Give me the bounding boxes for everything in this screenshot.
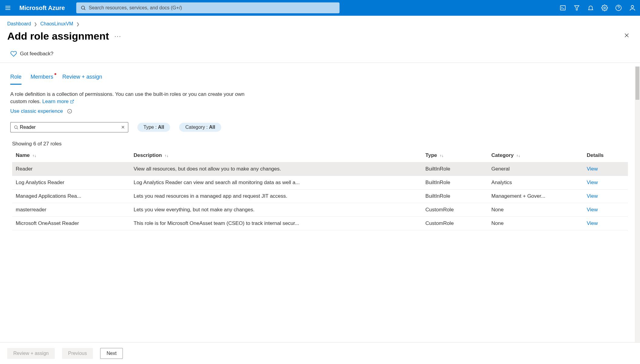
- account-icon[interactable]: [629, 4, 636, 12]
- cell-category: None: [488, 203, 583, 216]
- classic-experience-link[interactable]: Use classic experience: [10, 108, 63, 114]
- tabs: Role Members Review + assign: [0, 67, 640, 85]
- roles-table: Name ↑↓ Description ↑↓ Type ↑↓ Category …: [12, 149, 628, 230]
- svg-point-11: [631, 5, 634, 8]
- settings-gear-icon[interactable]: [601, 4, 609, 12]
- breadcrumb: Dashboard ❯ ChaosLinuxVM ❯: [0, 16, 640, 28]
- cell-type: BuiltInRole: [422, 189, 488, 203]
- classic-experience: Use classic experience: [0, 107, 640, 120]
- cell-type: BuiltInRole: [422, 176, 488, 189]
- breadcrumb-resource[interactable]: ChaosLinuxVM: [40, 21, 73, 27]
- cell-details: View: [583, 162, 628, 176]
- breadcrumb-dashboard[interactable]: Dashboard: [7, 21, 31, 27]
- col-category[interactable]: Category ↑↓: [488, 149, 583, 162]
- role-search[interactable]: ✕: [10, 122, 128, 132]
- col-desc[interactable]: Description ↑↓: [130, 149, 422, 162]
- tab-members[interactable]: Members: [31, 74, 53, 85]
- svg-point-8: [604, 7, 606, 9]
- hamburger-menu-icon[interactable]: [4, 4, 12, 12]
- showing-count: Showing 6 of 27 roles: [0, 138, 640, 149]
- svg-point-18: [15, 125, 17, 128]
- table-row[interactable]: Microsoft OneAsset ReaderThis role is fo…: [12, 216, 628, 230]
- col-details: Details: [583, 149, 628, 162]
- tab-role[interactable]: Role: [10, 74, 21, 85]
- feedback-row[interactable]: Got feedback?: [0, 47, 640, 63]
- cell-category: Management + Gover...: [488, 189, 583, 203]
- notifications-icon[interactable]: [587, 4, 595, 12]
- cell-category: Analytics: [488, 176, 583, 189]
- view-link[interactable]: View: [587, 207, 598, 213]
- cell-description: View all resources, but does not allow y…: [130, 162, 422, 176]
- learn-more-label: Learn more: [42, 99, 69, 104]
- view-link[interactable]: View: [587, 180, 598, 185]
- cell-description: Log Analytics Reader can view and search…: [130, 176, 422, 189]
- cell-details: View: [583, 189, 628, 203]
- svg-line-19: [17, 128, 18, 129]
- search-icon: [14, 125, 18, 130]
- tab-role-label: Role: [10, 74, 21, 80]
- tab-review-assign[interactable]: Review + assign: [62, 74, 102, 85]
- indicator-dot-icon: [54, 73, 56, 75]
- table-row[interactable]: masterreaderLets you view everything, bu…: [12, 203, 628, 216]
- learn-more-link[interactable]: Learn more: [42, 99, 74, 104]
- cell-name: Log Analytics Reader: [12, 176, 130, 189]
- previous-button[interactable]: Previous: [62, 348, 93, 359]
- table-row[interactable]: Log Analytics ReaderLog Analytics Reader…: [12, 176, 628, 189]
- global-search-input[interactable]: [89, 5, 335, 11]
- cell-details: View: [583, 203, 628, 216]
- role-search-input[interactable]: [20, 125, 121, 130]
- svg-rect-5: [560, 6, 566, 10]
- chevron-right-icon: ❯: [34, 22, 37, 26]
- scrollbar-thumb[interactable]: [635, 67, 639, 100]
- category-filter-pill[interactable]: Category : All: [179, 123, 221, 132]
- col-desc-label: Description: [133, 152, 162, 158]
- cell-details: View: [583, 216, 628, 230]
- col-name[interactable]: Name ↑↓: [12, 149, 130, 162]
- info-text: A role definition is a collection of per…: [0, 85, 260, 107]
- brand-label[interactable]: Microsoft Azure: [17, 5, 67, 11]
- cell-type: BuiltInRole: [422, 162, 488, 176]
- type-filter-pill[interactable]: Type : All: [137, 123, 170, 132]
- chevron-right-icon: ❯: [76, 22, 80, 26]
- cell-name: Managed Applications Rea...: [12, 189, 130, 203]
- close-icon[interactable]: [621, 31, 633, 41]
- top-bar: Microsoft Azure: [0, 0, 640, 16]
- sort-icon: ↑↓: [516, 153, 520, 158]
- external-link-icon: [70, 99, 74, 104]
- tab-review-label: Review + assign: [62, 74, 102, 80]
- col-details-label: Details: [587, 152, 604, 158]
- view-link[interactable]: View: [587, 193, 598, 199]
- scrollbar[interactable]: [635, 67, 640, 342]
- sort-icon: ↑↓: [440, 153, 444, 158]
- view-link[interactable]: View: [587, 220, 598, 226]
- cloud-shell-icon[interactable]: [559, 4, 567, 12]
- table-row[interactable]: ReaderView all resources, but does not a…: [12, 162, 628, 176]
- page-title: Add role assignment: [7, 30, 109, 42]
- col-name-label: Name: [16, 152, 30, 158]
- svg-line-4: [84, 9, 85, 10]
- filter-icon[interactable]: [573, 4, 581, 12]
- col-type[interactable]: Type ↑↓: [422, 149, 488, 162]
- review-assign-button[interactable]: Review + assign: [7, 348, 55, 359]
- more-icon[interactable]: ···: [114, 33, 121, 40]
- svg-marker-7: [575, 6, 579, 10]
- category-filter-value: All: [209, 125, 215, 130]
- view-link[interactable]: View: [587, 166, 598, 172]
- cell-name: masterreader: [12, 203, 130, 216]
- col-type-label: Type: [425, 152, 437, 158]
- category-filter-label: Category :: [185, 125, 209, 130]
- clear-icon[interactable]: ✕: [121, 125, 125, 130]
- next-button[interactable]: Next: [100, 348, 123, 359]
- type-filter-value: All: [158, 125, 164, 130]
- svg-point-3: [81, 6, 85, 9]
- help-icon[interactable]: [615, 4, 622, 12]
- type-filter-label: Type :: [143, 125, 158, 130]
- sort-icon: ↑↓: [32, 153, 36, 158]
- global-search[interactable]: [76, 2, 340, 13]
- sort-icon: ↑↓: [165, 153, 169, 158]
- info-icon[interactable]: [67, 109, 72, 114]
- table-row[interactable]: Managed Applications Rea...Lets you read…: [12, 189, 628, 203]
- topbar-right: [559, 4, 636, 12]
- cell-name: Reader: [12, 162, 130, 176]
- col-category-label: Category: [491, 152, 514, 158]
